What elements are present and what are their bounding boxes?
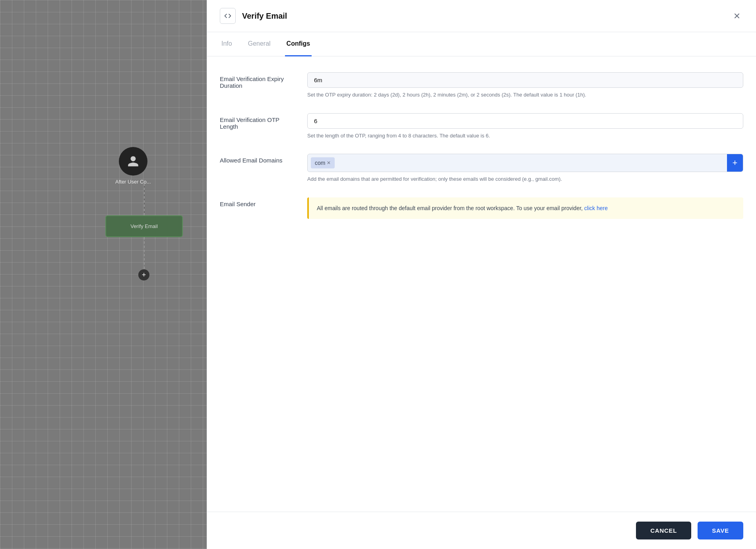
verify-node-label: Verify Email [130,223,158,229]
user-node-label: After User Co... [115,179,151,185]
code-icon [224,12,231,19]
allowed-domains-content: com ✕ + Add the email domains that are p… [307,154,743,183]
tabs-row: Info General Configs [207,32,756,56]
domain-add-button[interactable]: + [727,154,743,172]
canvas-panel: After User Co... Verify Email + [0,0,207,549]
dialog-title: Verify Email [242,12,724,21]
email-sender-field-row: Email Sender All emails are routed throu… [220,197,743,219]
save-button[interactable]: SAVE [698,522,743,539]
code-icon-button[interactable] [220,8,236,24]
close-button[interactable] [731,10,743,22]
domain-tag-close-icon[interactable]: ✕ [327,160,331,166]
otp-length-field-row: Email Verification OTP Length Set the le… [220,113,743,140]
cancel-button[interactable]: CANCEL [636,522,691,539]
dialog-panel: Verify Email Info General Configs Email … [207,0,756,549]
warning-text: All emails are routed through the defaul… [317,205,583,211]
verify-node[interactable]: Verify Email [105,215,183,237]
domain-tag-label: com [315,160,325,166]
domain-tag-com: com ✕ [311,157,335,168]
email-sender-content: All emails are routed through the defaul… [307,197,743,219]
domain-text-input[interactable] [338,156,727,170]
otp-length-input[interactable] [307,113,743,129]
tab-general[interactable]: General [246,32,272,56]
allowed-domains-label: Allowed Email Domains [220,154,291,164]
otp-length-content: Set the length of the OTP, ranging from … [307,113,743,140]
otp-length-label: Email Verification OTP Length [220,113,291,130]
expiry-field-row: Email Verification Expiry Duration Set t… [220,72,743,99]
domain-input-row: com ✕ + [307,154,743,172]
dialog-content: Email Verification Expiry Duration Set t… [207,56,756,512]
email-sender-label: Email Sender [220,197,291,207]
user-icon [127,155,140,168]
tab-info[interactable]: Info [220,32,234,56]
close-icon [733,12,741,20]
connector-top [144,184,145,215]
warning-link[interactable]: click here [584,205,608,211]
add-node-button[interactable]: + [138,269,149,280]
canvas-grid [0,0,207,549]
dialog-header: Verify Email [207,0,756,32]
allowed-domains-field-row: Allowed Email Domains com ✕ + Add the em… [220,154,743,183]
email-sender-warning: All emails are routed through the defaul… [307,197,743,219]
tab-configs[interactable]: Configs [285,32,312,56]
expiry-label: Email Verification Expiry Duration [220,72,291,89]
allowed-domains-hint: Add the email domains that are permitted… [307,175,743,183]
expiry-input[interactable] [307,72,743,88]
expiry-hint: Set the OTP expiry duration: 2 days (2d)… [307,91,743,99]
user-node: After User Co... [115,147,151,185]
connector-bottom [144,237,145,269]
domain-add-icon: + [733,158,738,168]
otp-length-hint: Set the length of the OTP, ranging from … [307,132,743,140]
expiry-content: Set the OTP expiry duration: 2 days (2d)… [307,72,743,99]
dialog-footer: CANCEL SAVE [207,512,756,549]
user-avatar [119,147,147,176]
